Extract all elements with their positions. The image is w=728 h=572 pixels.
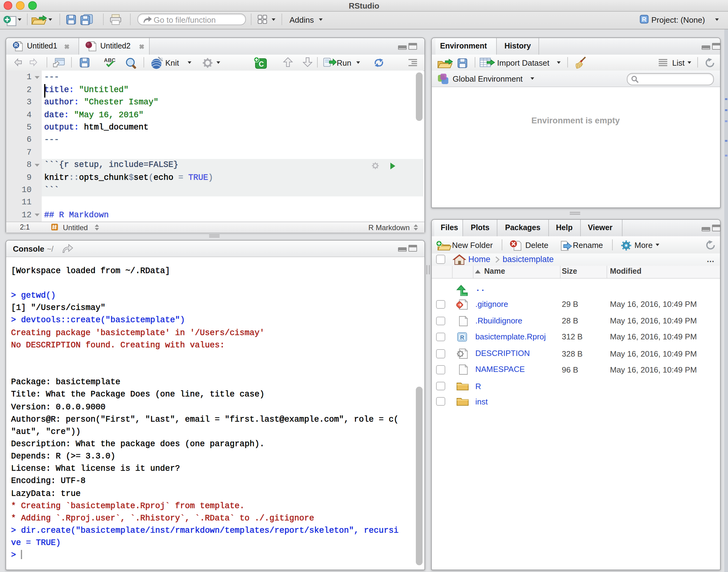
svg-text:R: R (14, 43, 18, 48)
svg-text:R: R (460, 334, 464, 340)
svg-text:R: R (642, 16, 646, 23)
svg-text:C: C (259, 60, 264, 68)
